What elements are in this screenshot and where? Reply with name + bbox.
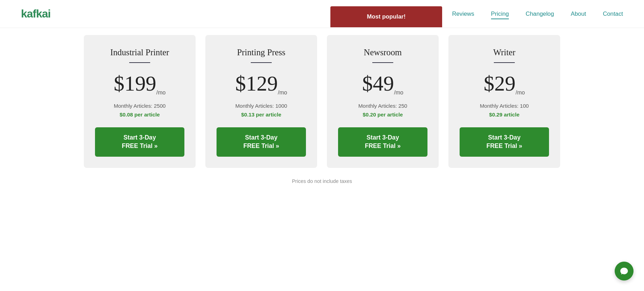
plan-price-row: $29/mo [460, 71, 549, 96]
plan-period: /mo [278, 90, 287, 95]
main-content: Most popular! Industrial Printer $199/mo… [0, 28, 644, 205]
plan-title: Industrial Printer [95, 48, 184, 57]
plan-period: /mo [394, 90, 403, 95]
plan-articles: Monthly Articles: 2500 [95, 103, 184, 109]
plan-card-newsroom: Newsroom $49/mo Monthly Articles: 250 $0… [327, 35, 439, 168]
nav-link-contact[interactable]: Contact [603, 10, 623, 19]
plan-period: /mo [156, 90, 166, 95]
plan-card-industrial-printer: Industrial Printer $199/mo Monthly Artic… [84, 35, 196, 168]
plan-card-writer: Writer $29/mo Monthly Articles: 100 $0.2… [448, 35, 560, 168]
plan-card-printing-press: Printing Press $129/mo Monthly Articles:… [205, 35, 317, 168]
plan-title: Printing Press [217, 48, 306, 57]
plan-title: Writer [460, 48, 549, 57]
plan-divider [129, 62, 150, 63]
most-popular-banner: Most popular! [330, 6, 442, 27]
plan-cta-button[interactable]: Start 3-DayFREE Trial » [95, 127, 184, 157]
plan-cta-button[interactable]: Start 3-DayFREE Trial » [338, 127, 427, 157]
bottom-note: Prices do not include taxes [21, 178, 623, 184]
plan-price: $199 [114, 72, 156, 95]
plan-period: /mo [515, 90, 525, 95]
cards-container: Industrial Printer $199/mo Monthly Artic… [21, 35, 623, 168]
plan-divider [251, 62, 272, 63]
plan-articles: Monthly Articles: 250 [338, 103, 427, 109]
plan-articles: Monthly Articles: 1000 [217, 103, 306, 109]
logo: kafkai [21, 7, 51, 20]
nav-link-changelog[interactable]: Changelog [526, 10, 554, 19]
pricing-wrapper: Most popular! Industrial Printer $199/mo… [21, 28, 623, 168]
plan-price-row: $129/mo [217, 71, 306, 96]
plan-price-row: $199/mo [95, 71, 184, 96]
plan-articles: Monthly Articles: 100 [460, 103, 549, 109]
plan-price: $129 [235, 72, 278, 95]
navbar: kafkai SamplesReviewsPricingChangelogAbo… [0, 0, 644, 28]
plan-title: Newsroom [338, 48, 427, 57]
plan-per-article: $0.08 per article [95, 112, 184, 118]
plan-per-article: $0.13 per article [217, 112, 306, 118]
plan-price: $49 [362, 72, 394, 95]
nav-link-pricing[interactable]: Pricing [491, 10, 509, 19]
plan-cta-button[interactable]: Start 3-DayFREE Trial » [217, 127, 306, 157]
plan-per-article: $0.20 per article [338, 112, 427, 118]
plan-cta-button[interactable]: Start 3-DayFREE Trial » [460, 127, 549, 157]
plan-price: $29 [484, 72, 515, 95]
plan-per-article: $0.29 article [460, 112, 549, 118]
plan-divider [372, 62, 393, 63]
nav-link-about[interactable]: About [571, 10, 586, 19]
plan-divider [494, 62, 515, 63]
plan-price-row: $49/mo [338, 71, 427, 96]
nav-link-reviews[interactable]: Reviews [452, 10, 474, 19]
nav-links: SamplesReviewsPricingChangelogAboutConta… [412, 10, 623, 17]
